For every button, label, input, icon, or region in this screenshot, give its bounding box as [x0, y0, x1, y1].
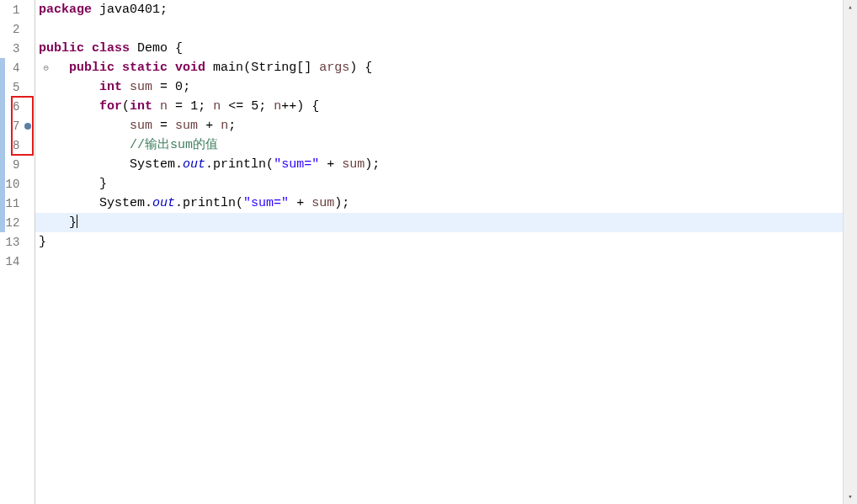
code-line: sum = sum + n; [35, 116, 857, 135]
change-bar [0, 213, 5, 232]
line-number[interactable]: 1 [0, 3, 21, 17]
code-line: for(int n = 1; n <= 5; n++) { [35, 97, 857, 116]
code-editor: 1 2 3 4⊖ 5 6 7 8 9 10 11 12 13 14 packag… [0, 0, 857, 504]
code-line-current: } [35, 213, 857, 232]
change-bar [0, 135, 5, 155]
code-line: public static void main(String[] args) { [35, 58, 857, 77]
change-bar [0, 58, 5, 77]
code-line: } [35, 174, 857, 194]
text-cursor [77, 215, 77, 228]
scroll-up-icon[interactable]: ▴ [844, 0, 857, 14]
change-bar [0, 194, 5, 213]
change-bar [0, 116, 5, 135]
vertical-scrollbar[interactable]: ▴ ▾ [843, 0, 857, 504]
code-area[interactable]: package java0401; public class Demo { pu… [35, 0, 857, 504]
code-line: //输出sum的值 [35, 135, 857, 155]
scroll-down-icon[interactable]: ▾ [844, 490, 857, 504]
line-number[interactable]: 2 [0, 23, 21, 36]
code-line: int sum = 0; [35, 77, 857, 97]
breakpoint-icon[interactable] [24, 123, 31, 130]
code-line [35, 19, 857, 39]
line-number[interactable]: 14 [0, 255, 21, 268]
code-line [35, 252, 857, 271]
line-number[interactable]: 13 [0, 236, 21, 249]
change-bar [0, 155, 5, 174]
change-bar [0, 77, 5, 97]
code-line: package java0401; [35, 0, 857, 19]
code-line: System.out.println("sum=" + sum); [35, 155, 857, 174]
gutter[interactable]: 1 2 3 4⊖ 5 6 7 8 9 10 11 12 13 14 [0, 0, 35, 504]
code-line: System.out.println("sum=" + sum); [35, 194, 857, 213]
change-bar [0, 97, 5, 116]
code-line: public class Demo { [35, 39, 857, 58]
line-number[interactable]: 3 [0, 42, 21, 56]
change-bar [0, 174, 5, 194]
code-line: } [35, 232, 857, 252]
